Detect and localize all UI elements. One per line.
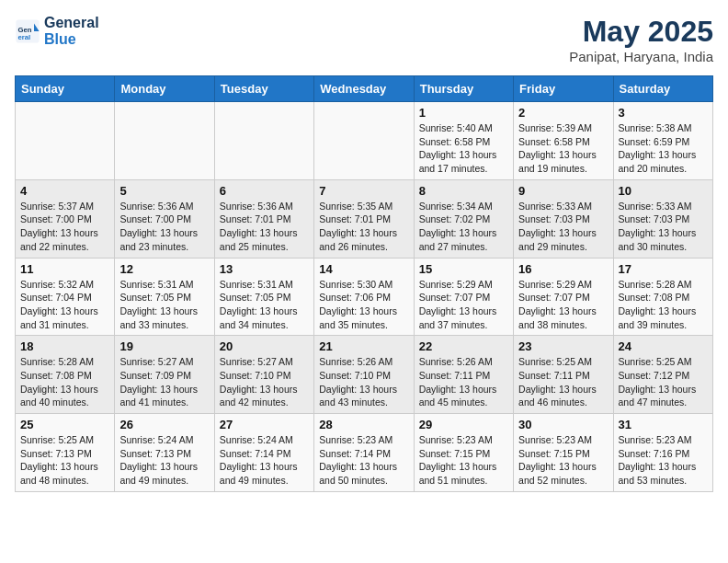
day-info: Sunrise: 5:33 AM Sunset: 7:03 PM Dayligh… [518,200,608,254]
day-number: 10 [619,184,708,198]
day-cell-27: 27Sunrise: 5:24 AM Sunset: 7:14 PM Dayli… [214,414,313,492]
day-cell-31: 31Sunrise: 5:23 AM Sunset: 7:16 PM Dayli… [613,414,712,492]
logo-text-line2: Blue [44,31,99,48]
day-cell-14: 14Sunrise: 5:30 AM Sunset: 7:06 PM Dayli… [314,258,414,336]
day-cell-2: 2Sunrise: 5:39 AM Sunset: 6:58 PM Daylig… [514,102,613,180]
day-number: 18 [20,339,109,353]
day-number: 3 [619,106,708,120]
weekday-header-friday: Friday [514,76,613,102]
week-row-5: 25Sunrise: 5:25 AM Sunset: 7:13 PM Dayli… [16,414,713,492]
day-number: 28 [319,418,408,431]
weekday-header-row: SundayMondayTuesdayWednesdayThursdayFrid… [16,76,713,102]
svg-text:eral: eral [18,33,31,41]
month-title: May 2025 [569,15,713,49]
weekday-header-saturday: Saturday [613,76,712,102]
day-cell-12: 12Sunrise: 5:31 AM Sunset: 7:05 PM Dayli… [115,258,214,336]
weekday-header-tuesday: Tuesday [214,76,313,102]
day-info: Sunrise: 5:37 AM Sunset: 7:00 PM Dayligh… [20,200,109,254]
weekday-header-wednesday: Wednesday [314,76,414,102]
day-cell-6: 6Sunrise: 5:36 AM Sunset: 7:01 PM Daylig… [214,179,313,258]
week-row-1: 1Sunrise: 5:40 AM Sunset: 6:58 PM Daylig… [16,102,713,180]
day-info: Sunrise: 5:36 AM Sunset: 7:01 PM Dayligh… [220,200,309,254]
day-info: Sunrise: 5:25 AM Sunset: 7:13 PM Dayligh… [20,433,109,488]
day-cell-30: 30Sunrise: 5:23 AM Sunset: 7:15 PM Dayli… [514,414,613,492]
day-number: 14 [319,262,408,276]
day-info: Sunrise: 5:31 AM Sunset: 7:05 PM Dayligh… [119,278,209,332]
day-info: Sunrise: 5:24 AM Sunset: 7:14 PM Dayligh… [220,433,309,488]
day-info: Sunrise: 5:32 AM Sunset: 7:04 PM Dayligh… [20,278,109,332]
day-info: Sunrise: 5:38 AM Sunset: 6:59 PM Dayligh… [619,121,708,176]
empty-cell [314,102,414,180]
day-number: 29 [419,418,508,431]
day-number: 27 [220,418,309,431]
day-cell-7: 7Sunrise: 5:35 AM Sunset: 7:01 PM Daylig… [314,179,414,258]
page-header: Gen eral General Blue May 2025 Panipat, … [15,15,713,64]
day-number: 4 [20,184,109,198]
day-number: 21 [319,339,408,353]
empty-cell [115,102,214,180]
day-cell-19: 19Sunrise: 5:27 AM Sunset: 7:09 PM Dayli… [115,336,214,414]
title-block: May 2025 Panipat, Haryana, India [569,15,713,64]
day-info: Sunrise: 5:26 AM Sunset: 7:10 PM Dayligh… [319,355,408,409]
day-number: 8 [419,184,508,198]
day-info: Sunrise: 5:40 AM Sunset: 6:58 PM Dayligh… [419,121,508,176]
day-number: 22 [419,339,508,353]
day-info: Sunrise: 5:33 AM Sunset: 7:03 PM Dayligh… [619,200,708,254]
day-info: Sunrise: 5:23 AM Sunset: 7:16 PM Dayligh… [619,433,708,488]
day-cell-16: 16Sunrise: 5:29 AM Sunset: 7:07 PM Dayli… [514,258,613,336]
day-number: 6 [220,184,309,198]
day-number: 24 [619,339,708,353]
day-cell-21: 21Sunrise: 5:26 AM Sunset: 7:10 PM Dayli… [314,336,414,414]
day-cell-4: 4Sunrise: 5:37 AM Sunset: 7:00 PM Daylig… [16,179,115,258]
day-info: Sunrise: 5:36 AM Sunset: 7:00 PM Dayligh… [119,200,209,254]
day-info: Sunrise: 5:27 AM Sunset: 7:10 PM Dayligh… [220,355,309,409]
location-subtitle: Panipat, Haryana, India [569,49,713,64]
weekday-header-thursday: Thursday [414,76,513,102]
day-info: Sunrise: 5:23 AM Sunset: 7:15 PM Dayligh… [518,433,608,488]
logo-text-line1: General [44,15,99,31]
day-info: Sunrise: 5:25 AM Sunset: 7:12 PM Dayligh… [619,355,708,409]
day-cell-8: 8Sunrise: 5:34 AM Sunset: 7:02 PM Daylig… [414,179,513,258]
day-number: 17 [619,262,708,276]
day-number: 30 [518,418,608,431]
logo: Gen eral General Blue [15,15,99,47]
day-number: 23 [518,339,608,353]
day-cell-13: 13Sunrise: 5:31 AM Sunset: 7:05 PM Dayli… [214,258,313,336]
week-row-3: 11Sunrise: 5:32 AM Sunset: 7:04 PM Dayli… [16,258,713,336]
day-number: 13 [220,262,309,276]
empty-cell [214,102,313,180]
day-number: 25 [20,418,109,431]
week-row-2: 4Sunrise: 5:37 AM Sunset: 7:00 PM Daylig… [16,179,713,258]
day-number: 7 [319,184,408,198]
day-info: Sunrise: 5:31 AM Sunset: 7:05 PM Dayligh… [220,278,309,332]
day-info: Sunrise: 5:34 AM Sunset: 7:02 PM Dayligh… [419,200,508,254]
day-cell-23: 23Sunrise: 5:25 AM Sunset: 7:11 PM Dayli… [514,336,613,414]
day-cell-1: 1Sunrise: 5:40 AM Sunset: 6:58 PM Daylig… [414,102,513,180]
day-cell-17: 17Sunrise: 5:28 AM Sunset: 7:08 PM Dayli… [613,258,712,336]
logo-icon: Gen eral [15,18,40,44]
day-number: 16 [518,262,608,276]
day-number: 19 [119,339,209,353]
day-number: 9 [518,184,608,198]
day-number: 11 [20,262,109,276]
day-info: Sunrise: 5:27 AM Sunset: 7:09 PM Dayligh… [119,355,209,409]
day-number: 5 [119,184,209,198]
weekday-header-sunday: Sunday [16,76,115,102]
day-number: 15 [419,262,508,276]
day-info: Sunrise: 5:24 AM Sunset: 7:13 PM Dayligh… [119,433,209,488]
day-cell-3: 3Sunrise: 5:38 AM Sunset: 6:59 PM Daylig… [613,102,712,180]
empty-cell [16,102,115,180]
day-number: 1 [419,106,508,120]
day-cell-26: 26Sunrise: 5:24 AM Sunset: 7:13 PM Dayli… [115,414,214,492]
weekday-header-monday: Monday [115,76,214,102]
day-number: 2 [518,106,608,120]
day-number: 12 [119,262,209,276]
day-info: Sunrise: 5:39 AM Sunset: 6:58 PM Dayligh… [518,121,608,176]
day-cell-10: 10Sunrise: 5:33 AM Sunset: 7:03 PM Dayli… [613,179,712,258]
day-cell-9: 9Sunrise: 5:33 AM Sunset: 7:03 PM Daylig… [514,179,613,258]
day-cell-18: 18Sunrise: 5:28 AM Sunset: 7:08 PM Dayli… [16,336,115,414]
day-cell-20: 20Sunrise: 5:27 AM Sunset: 7:10 PM Dayli… [214,336,313,414]
day-cell-28: 28Sunrise: 5:23 AM Sunset: 7:14 PM Dayli… [314,414,414,492]
calendar-table: SundayMondayTuesdayWednesdayThursdayFrid… [15,75,713,492]
day-cell-24: 24Sunrise: 5:25 AM Sunset: 7:12 PM Dayli… [613,336,712,414]
